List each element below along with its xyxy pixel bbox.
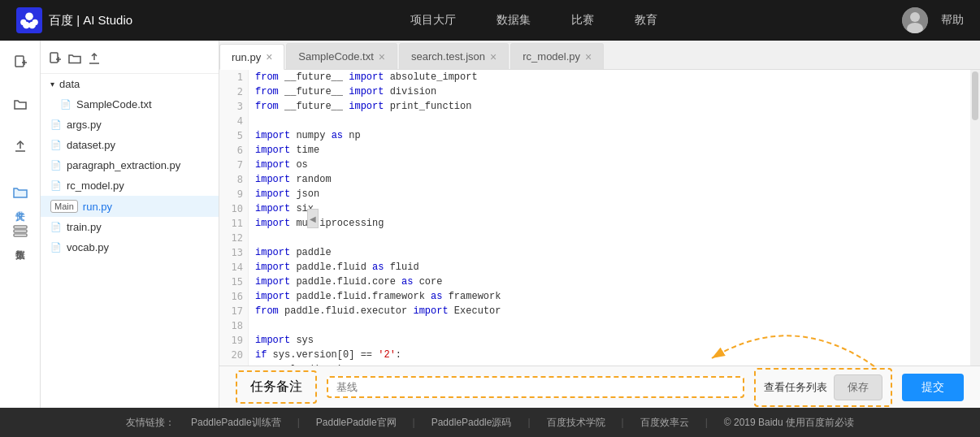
code-text[interactable]: from __future__ import absolute_import f… <box>249 70 970 366</box>
list-item[interactable]: 📄 train.py <box>41 217 219 237</box>
folder-arrow-icon: ▾ <box>50 80 54 89</box>
avatar[interactable] <box>902 7 928 33</box>
file-tree: ▾ data 📄 SampleCode.txt 📄 args.py 📄 data… <box>41 41 219 408</box>
filename-paragraph: paragraph_extraction.py <box>67 159 180 171</box>
task-note-label: 任务备注 <box>236 370 317 404</box>
folder-item-data[interactable]: ▾ data <box>41 74 219 94</box>
topnav: 百度 | AI Studio 项目大厅 数据集 比赛 教育 帮助 <box>0 0 980 41</box>
filename-rcmodel: rc_model.py <box>67 180 124 192</box>
close-tab-samplecode[interactable]: × <box>379 50 385 63</box>
folder-icon <box>12 184 28 200</box>
upload-file-icon[interactable] <box>88 52 101 68</box>
baseline-input[interactable] <box>336 381 735 393</box>
close-tab-runpy[interactable]: × <box>266 50 272 63</box>
vertical-scrollbar[interactable] <box>970 70 980 366</box>
close-tab-rcmodel[interactable]: × <box>585 50 592 63</box>
tab-label-runpy: run.py <box>232 51 261 63</box>
tab-label-rcmodel: rc_model.py <box>523 50 580 63</box>
new-file-icon[interactable] <box>49 52 62 68</box>
footer-divider-4: | <box>622 417 624 428</box>
footer-divider-3: | <box>527 417 530 428</box>
editor-tabs: run.py × SampleCode.txt × search.test.js… <box>219 41 980 70</box>
footer-divider-1: | <box>297 417 300 428</box>
list-item[interactable]: 📄 args.py <box>41 115 219 135</box>
tab-runpy[interactable]: run.py × <box>219 44 284 70</box>
svg-point-0 <box>25 12 33 20</box>
tab-samplecode[interactable]: SampleCode.txt × <box>286 43 397 69</box>
main-tag: Main <box>50 200 78 213</box>
help-link[interactable]: 帮助 <box>941 13 964 28</box>
main-area: 文件夹 数据集 <box>0 41 980 408</box>
file-icon: 📄 <box>50 160 62 171</box>
file-icon: 📄 <box>50 140 62 150</box>
svg-rect-8 <box>15 56 24 67</box>
nav-datasets[interactable]: 数据集 <box>497 13 531 28</box>
svg-rect-12 <box>14 226 27 228</box>
dataset-icon <box>12 223 28 239</box>
tab-label-samplecode: SampleCode.txt <box>298 50 374 63</box>
logo-text: 百度 | AI Studio <box>49 13 132 28</box>
file-tree-toolbar <box>41 47 219 74</box>
new-file-button[interactable] <box>7 49 33 75</box>
tab-rcmodel[interactable]: rc_model.py × <box>510 43 604 69</box>
filename-args: args.py <box>67 119 102 131</box>
sidebar-icons: 文件夹 数据集 <box>0 41 41 408</box>
svg-rect-13 <box>14 230 27 232</box>
collapse-panel-button[interactable]: ◀ <box>307 209 319 228</box>
logo-area: 百度 | AI Studio <box>16 7 132 33</box>
submit-button[interactable]: 提交 <box>902 374 964 401</box>
svg-rect-15 <box>50 53 58 63</box>
nav-items: 项目大厅 数据集 比赛 教育 <box>165 13 902 28</box>
footer-copyright: © 2019 Baidu 使用百度前必读 <box>724 416 854 430</box>
filename-samplecode: SampleCode.txt <box>76 98 152 110</box>
save-button[interactable]: 保存 <box>834 374 882 400</box>
code-editor: 1234 5678 9101112 13141516 17181920 2122… <box>219 70 980 366</box>
filename-train: train.py <box>67 221 102 233</box>
baidu-logo <box>16 7 42 33</box>
new-folder-icon[interactable] <box>68 52 81 68</box>
file-icon: 📄 <box>50 242 62 253</box>
folder-name: data <box>59 78 80 90</box>
footer-link-paddlecamp[interactable]: PaddlePaddle训练营 <box>191 416 281 430</box>
task-note-text: 任务备注 <box>250 379 302 393</box>
footer-link-techacademy[interactable]: 百度技术学院 <box>547 416 605 430</box>
footer-link-paddlesource[interactable]: PaddlePaddle源码 <box>431 416 512 430</box>
close-tab-search[interactable]: × <box>490 50 497 63</box>
code-body: 1234 5678 9101112 13141516 17181920 2122… <box>219 70 970 366</box>
editor-area: run.py × SampleCode.txt × search.test.js… <box>219 41 980 408</box>
file-icon: 📄 <box>50 180 62 191</box>
filename-vocab: vocab.py <box>67 241 109 253</box>
nav-competition[interactable]: 比赛 <box>571 13 594 28</box>
filename-runpy: run.py <box>83 201 112 213</box>
nav-projects[interactable]: 项目大厅 <box>410 13 456 28</box>
baseline-input-wrapper <box>327 376 744 398</box>
svg-point-6 <box>910 12 920 22</box>
view-tasks-button[interactable]: 查看任务列表 <box>764 380 827 395</box>
list-item[interactable]: 📄 vocab.py <box>41 237 219 257</box>
list-item[interactable]: Main run.py <box>41 196 219 217</box>
list-item[interactable]: 📄 paragraph_extraction.py <box>41 155 219 175</box>
footer-prefix: 友情链接： <box>126 416 175 430</box>
code-scroll-area[interactable]: 1234 5678 9101112 13141516 17181920 2122… <box>219 70 970 366</box>
scrollbar-thumb <box>972 71 978 120</box>
tab-label-search: search.test.json <box>411 50 485 63</box>
task-actions-area: 查看任务列表 保存 <box>754 368 892 407</box>
list-item[interactable]: 📄 SampleCode.txt <box>41 94 219 115</box>
bottom-bar: 任务备注 查看任务列表 保存 提交 <box>219 366 980 408</box>
footer-link-paddleofficial[interactable]: PaddlePaddle官网 <box>316 416 397 430</box>
file-icon: 📄 <box>50 119 62 130</box>
file-section: 文件夹 <box>12 184 28 203</box>
footer-link-efficiency[interactable]: 百度效率云 <box>640 416 689 430</box>
file-icon: 📄 <box>50 222 62 232</box>
nav-education[interactable]: 教育 <box>635 13 657 28</box>
tab-search-test[interactable]: search.test.json × <box>399 43 509 69</box>
line-numbers: 1234 5678 9101112 13141516 17181920 2122… <box>219 70 249 366</box>
footer-divider-5: | <box>705 417 708 428</box>
list-item[interactable]: 📄 rc_model.py <box>41 175 219 196</box>
list-item[interactable]: 📄 dataset.py <box>41 135 219 155</box>
filename-dataset: dataset.py <box>67 139 115 151</box>
new-folder-button[interactable] <box>7 91 33 117</box>
upload-button[interactable] <box>7 133 33 159</box>
dataset-section: 数据集 <box>12 223 28 242</box>
nav-right: 帮助 <box>902 7 964 33</box>
